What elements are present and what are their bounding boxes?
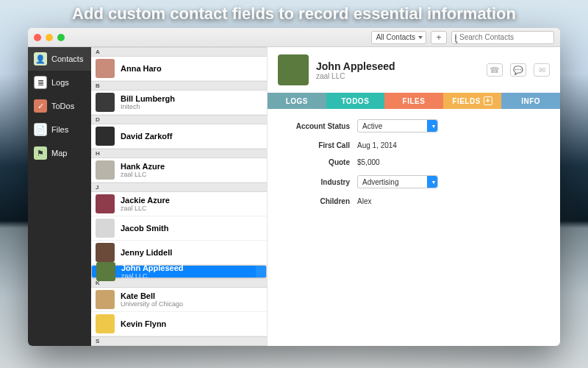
add-contact-button[interactable]: + [431, 31, 447, 44]
section-header: D [91, 115, 267, 124]
sidebar-item-label: Logs [51, 78, 69, 87]
sidebar-item-logs[interactable]: ≣Logs [28, 71, 91, 94]
contact-row[interactable]: Jackie Azurezaal LLC [91, 192, 267, 216]
contact-list[interactable]: AAnna HaroBBill LumberghInitechDDavid Za… [91, 47, 268, 346]
field-row: First CallAug 1, 2014 [279, 141, 548, 149]
search-icon [455, 34, 456, 41]
contact-row-name: Anna Haro [121, 64, 162, 73]
tab-files[interactable]: FILES [384, 93, 443, 109]
tab-fields[interactable]: FIELDS+ [443, 93, 502, 109]
contact-actions: ☎ 💬 ✉ [487, 63, 550, 77]
tab-todos[interactable]: TODOS [326, 93, 385, 109]
contact-row[interactable]: Kevin Flynn [91, 312, 267, 336]
contact-row-company: University of Chicago [121, 300, 183, 308]
contact-row-company: zaal LLC [121, 171, 165, 178]
contact-row-name: Bill Lumbergh [121, 94, 175, 103]
field-value: Alex [357, 197, 371, 205]
app-window: All Contacts + 👤Contacts≣Logs✓ToDos📄File… [28, 28, 560, 346]
field-value: Advertising [362, 178, 398, 186]
chat-icon[interactable]: 💬 [510, 63, 526, 77]
contact-detail-pane: John Appleseed zaal LLC ☎ 💬 ✉ LOGS TODOS… [268, 47, 560, 346]
field-value: Active [362, 122, 382, 130]
contact-row-company: Initech [121, 103, 175, 110]
mail-icon[interactable]: ✉ [534, 63, 550, 77]
avatar [96, 290, 115, 309]
contact-row-name: David Zarkoff [121, 132, 172, 141]
avatar [96, 314, 115, 333]
sidebar-item-files[interactable]: 📄Files [28, 118, 91, 141]
avatar [96, 127, 115, 146]
field-label: First Call [279, 141, 350, 149]
avatar [96, 262, 115, 281]
field-value: Aug 1, 2014 [357, 141, 397, 149]
contact-row[interactable]: John Appleseedzaal LLC [91, 265, 267, 278]
add-field-icon[interactable]: + [484, 96, 492, 105]
sidebar-item-todos[interactable]: ✓ToDos [28, 94, 91, 118]
contact-row[interactable]: Anna Haro [91, 57, 267, 81]
field-label: Children [279, 197, 350, 205]
close-icon[interactable] [34, 34, 41, 41]
section-header: H [91, 149, 267, 158]
section-header: B [91, 81, 267, 91]
detail-tabs: LOGS TODOS FILES FIELDS+ INFO [268, 93, 560, 109]
todos-icon: ✓ [34, 99, 47, 113]
contact-row[interactable]: Jenny Liddell [91, 241, 267, 265]
contact-avatar [278, 54, 309, 85]
field-row: ChildrenAlex [279, 197, 548, 205]
field-row: IndustryAdvertising▾ [279, 175, 548, 188]
tab-info[interactable]: INFO [501, 93, 560, 109]
contacts-icon: 👤 [34, 52, 47, 66]
contact-row-name: Jacob Smith [121, 224, 168, 233]
contact-row[interactable]: Kate BellUniversity of Chicago [91, 288, 267, 312]
contact-row-name: Hank Azure [121, 162, 165, 171]
chevron-down-icon: ▾ [432, 123, 435, 130]
field-row: Quote$5,000 [279, 158, 548, 166]
field-label: Industry [279, 178, 350, 186]
contact-row-name: Jackie Azure [121, 196, 170, 205]
field-select[interactable]: Active▾ [357, 119, 438, 132]
marketing-headline: Add custom contact fields to record esse… [0, 4, 588, 24]
phone-icon[interactable]: ☎ [487, 63, 503, 77]
contact-row[interactable]: David Zarkoff [91, 124, 267, 149]
sidebar-item-label: Map [51, 149, 67, 158]
field-value: $5,000 [357, 158, 380, 166]
contact-row-name: Kate Bell [121, 291, 183, 300]
chevron-down-icon: ▾ [432, 179, 435, 185]
sidebar-item-label: Contacts [51, 54, 83, 63]
contact-row[interactable]: Hank Azurezaal LLC [91, 158, 267, 183]
contact-row-name: John Appleseed [121, 263, 184, 272]
contact-company: zaal LLC [316, 72, 395, 80]
contacts-filter-dropdown[interactable]: All Contacts [371, 31, 426, 44]
contact-row-company: zaal LLC [121, 272, 184, 280]
contact-row-name: Kevin Flynn [121, 319, 166, 328]
zoom-icon[interactable] [57, 34, 65, 41]
contact-name: John Appleseed [316, 60, 395, 72]
avatar [96, 194, 115, 213]
section-header: A [91, 47, 267, 57]
field-select[interactable]: Advertising▾ [357, 175, 438, 188]
contact-row-company: zaal LLC [121, 205, 170, 212]
minimize-icon[interactable] [46, 34, 53, 41]
section-header: S [91, 336, 267, 346]
search-input[interactable] [459, 33, 553, 41]
avatar [96, 59, 115, 78]
field-label: Account Status [279, 122, 350, 130]
sidebar-item-label: ToDos [51, 102, 74, 110]
sidebar: 👤Contacts≣Logs✓ToDos📄Files⚑Map [28, 47, 91, 346]
avatar [96, 219, 115, 238]
contact-row[interactable]: Bill LumberghInitech [91, 91, 267, 115]
search-contacts-field[interactable] [451, 31, 554, 44]
sidebar-item-label: Files [51, 125, 68, 134]
avatar [96, 243, 115, 262]
contact-row[interactable]: Jacob Smith [91, 216, 267, 241]
sidebar-item-contacts[interactable]: 👤Contacts [28, 47, 91, 71]
logs-icon: ≣ [34, 76, 47, 89]
tab-logs[interactable]: LOGS [268, 93, 326, 109]
files-icon: 📄 [34, 123, 47, 136]
custom-fields-panel: Account StatusActive▾First CallAug 1, 20… [268, 109, 560, 216]
window-titlebar: All Contacts + [28, 28, 560, 47]
map-icon: ⚑ [34, 146, 47, 160]
sidebar-item-map[interactable]: ⚑Map [28, 141, 91, 165]
avatar [96, 160, 115, 180]
field-label: Quote [279, 158, 350, 166]
